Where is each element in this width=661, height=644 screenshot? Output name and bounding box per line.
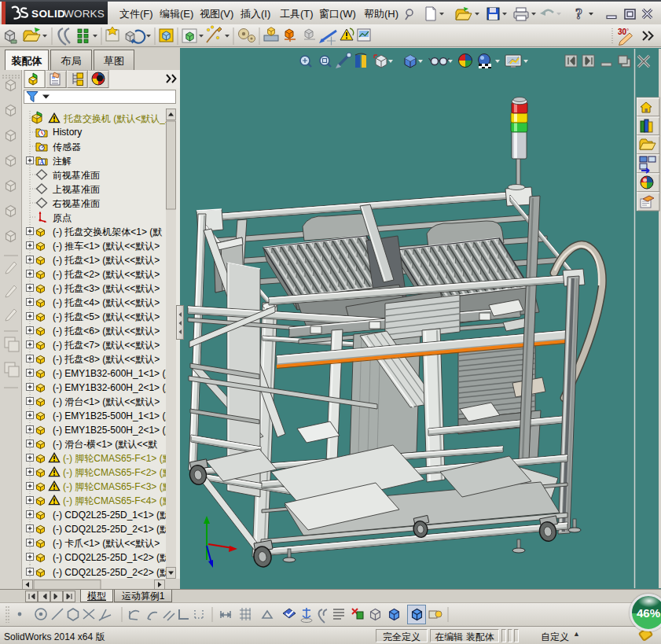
svg-text:SOLID: SOLID — [31, 8, 65, 20]
svg-text:?: ? — [575, 6, 582, 22]
svg-text:30: 30 — [618, 28, 627, 36]
svg-text:A: A — [39, 159, 44, 166]
svg-text:WORKS: WORKS — [64, 8, 105, 20]
